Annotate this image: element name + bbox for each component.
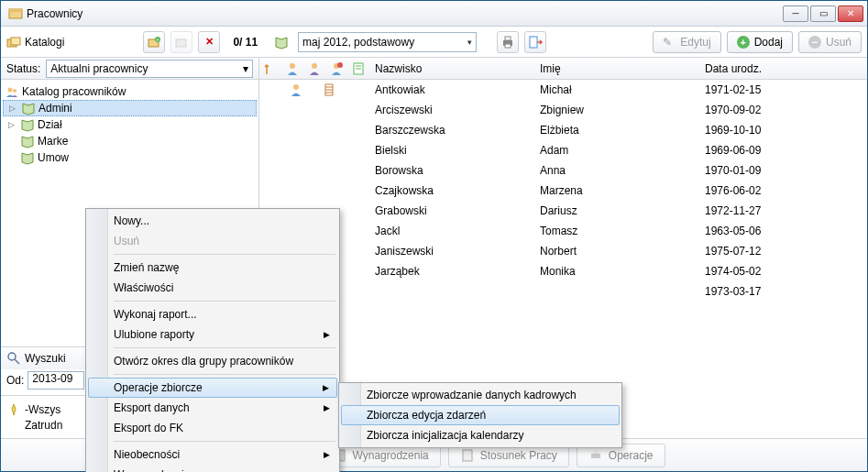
menu-item[interactable]: Zmień nazwę bbox=[88, 258, 337, 278]
table-row[interactable]: BorowskaAnna1970-01-09 bbox=[259, 160, 867, 181]
pencil-icon: ✎ bbox=[663, 36, 676, 49]
delete-button[interactable]: ✕ bbox=[198, 31, 220, 53]
tree-root[interactable]: Katalog pracowników bbox=[3, 83, 257, 100]
cell-nazwisko: Grabowski bbox=[369, 204, 534, 217]
submenu-arrow-icon: ▶ bbox=[324, 330, 330, 339]
table-row[interactable]: GrabowskiDariusz1972-11-27 bbox=[259, 201, 867, 221]
cell-nazwisko: Antkowiak bbox=[369, 83, 534, 96]
menu-item[interactable]: Wynagrodzenia▶ bbox=[88, 465, 337, 472]
menu-item[interactable]: Nieobecności▶ bbox=[88, 445, 337, 465]
cell-nazwisko: Jackl bbox=[369, 225, 534, 237]
cell-data: 1973-03-17 bbox=[699, 285, 867, 298]
cell-nazwisko: Janiszewski bbox=[369, 245, 534, 258]
titlebar: Pracownicy ─ ▭ ✕ bbox=[1, 1, 867, 27]
print-icon bbox=[588, 448, 603, 463]
person-icon bbox=[289, 82, 303, 97]
tree-item-admin[interactable]: ▷ Admini bbox=[3, 100, 257, 116]
svg-rect-31 bbox=[463, 450, 472, 461]
remove-button[interactable]: − Usuń bbox=[798, 31, 862, 53]
window-title: Pracownicy bbox=[27, 7, 82, 20]
expand-icon[interactable]: ▷ bbox=[5, 104, 18, 113]
tree-item[interactable]: Marke bbox=[3, 133, 257, 149]
page-indicator: 0/ 11 bbox=[225, 36, 265, 49]
doc-icon bbox=[460, 448, 475, 463]
svg-rect-10 bbox=[505, 44, 511, 48]
menu-item[interactable]: Otwórz okres dla grupy pracowników bbox=[88, 351, 337, 371]
book-icon bbox=[20, 134, 35, 148]
menu-item[interactable]: Wykonaj raport... bbox=[88, 304, 337, 324]
edit-button[interactable]: ✎ Edytuj bbox=[653, 31, 720, 53]
plus-icon: + bbox=[737, 36, 750, 49]
cell-imie: Anna bbox=[534, 164, 699, 177]
date-from-label: Od: bbox=[6, 374, 24, 387]
add-button[interactable]: + Dodaj bbox=[727, 31, 793, 53]
minus-icon: − bbox=[808, 36, 821, 49]
table-row[interactable]: AntkowiakMichał1971-02-15 bbox=[259, 80, 867, 100]
tree-item[interactable]: ▷ Dział bbox=[3, 116, 257, 133]
book-icon bbox=[21, 101, 36, 115]
people-icon bbox=[5, 84, 19, 99]
table-row[interactable]: CzajkowskaMarzena1976-06-02 bbox=[259, 181, 867, 201]
pin-icon bbox=[6, 402, 21, 417]
date-from-input[interactable]: 2013-09 bbox=[27, 371, 84, 390]
tree-item[interactable]: Umow bbox=[3, 149, 257, 166]
svg-rect-32 bbox=[591, 454, 600, 458]
table-row[interactable]: BarszczewskaElżbieta1969-10-10 bbox=[259, 120, 867, 140]
folder-open-button[interactable] bbox=[170, 31, 192, 53]
col-sort-icon[interactable] bbox=[259, 58, 281, 79]
expand-icon[interactable]: ▷ bbox=[5, 120, 17, 129]
col-person2-icon[interactable] bbox=[303, 58, 325, 79]
col-person-icon[interactable] bbox=[281, 58, 303, 79]
table-row[interactable]: ArciszewskiZbigniew1970-09-02 bbox=[259, 100, 867, 120]
close-button[interactable]: ✕ bbox=[838, 5, 863, 22]
submenu-item[interactable]: Zbiorcza inicjalizacja kalendarzy bbox=[341, 425, 620, 445]
menu-item: Usuń bbox=[88, 231, 337, 251]
submenu-arrow-icon: ▶ bbox=[324, 403, 330, 412]
search-label: Wyszuki bbox=[25, 352, 66, 365]
menu-item[interactable]: Operacje zbiorcze▶ bbox=[88, 378, 337, 398]
menu-item[interactable]: Ulubione raporty▶ bbox=[88, 324, 337, 345]
cell-nazwisko: Barszczewska bbox=[369, 124, 534, 137]
table-row[interactable]: 1973-03-17 bbox=[259, 281, 867, 302]
cell-data: 1972-11-27 bbox=[699, 204, 867, 217]
menu-item[interactable]: Eksport do FK bbox=[88, 418, 337, 438]
cell-data: 1969-06-09 bbox=[699, 144, 867, 157]
cell-nazwisko: Borowska bbox=[369, 164, 534, 177]
maximize-button[interactable]: ▭ bbox=[810, 5, 836, 22]
cell-imie: Norbert bbox=[534, 245, 699, 258]
export-button[interactable] bbox=[524, 31, 546, 53]
cell-nazwisko: Bielski bbox=[369, 144, 534, 157]
table-row[interactable]: JacklTomasz1963-05-06 bbox=[259, 221, 867, 241]
table-row[interactable]: JaniszewskiNorbert1975-07-12 bbox=[259, 241, 867, 261]
period-book-icon[interactable] bbox=[270, 31, 292, 53]
col-nazwisko[interactable]: Nazwisko bbox=[369, 58, 534, 79]
col-warn-icon[interactable] bbox=[325, 58, 347, 79]
menu-item[interactable]: Eksport danych▶ bbox=[88, 398, 337, 418]
cell-data: 1963-05-06 bbox=[699, 225, 867, 237]
context-submenu: Zbiorcze wprowadzanie danych kadrowychZb… bbox=[338, 382, 622, 448]
print-button[interactable] bbox=[497, 31, 519, 53]
svg-point-15 bbox=[337, 62, 343, 68]
menu-item[interactable]: Właściwości bbox=[88, 278, 337, 298]
magnifier-icon bbox=[6, 351, 21, 366]
col-imie[interactable]: Imię bbox=[534, 58, 699, 79]
status-label: Status: bbox=[6, 62, 40, 75]
submenu-item[interactable]: Zbiorcze wprowadzanie danych kadrowych bbox=[341, 385, 620, 405]
cell-imie: Marzena bbox=[534, 184, 699, 197]
book-icon bbox=[20, 150, 35, 165]
cell-data: 1975-07-12 bbox=[699, 245, 867, 258]
submenu-item[interactable]: Zbiorcza edycja zdarzeń bbox=[341, 405, 620, 425]
svg-line-22 bbox=[15, 359, 19, 364]
folder-add-button[interactable]: + bbox=[143, 31, 165, 53]
svg-point-19 bbox=[8, 88, 13, 93]
col-data[interactable]: Data urodz. bbox=[699, 58, 867, 79]
table-row[interactable]: JarząbekMonika1974-05-02 bbox=[259, 261, 867, 281]
table-row[interactable]: BielskiAdam1969-06-09 bbox=[259, 140, 867, 160]
app-icon bbox=[8, 6, 23, 21]
minimize-button[interactable]: ─ bbox=[783, 5, 808, 22]
menu-item[interactable]: Nowy... bbox=[88, 211, 337, 231]
col-form-icon[interactable] bbox=[347, 58, 369, 79]
period-select[interactable]: maj 2012, podstawowy ▾ bbox=[298, 32, 477, 52]
cell-data: 1970-09-02 bbox=[699, 104, 867, 116]
status-select[interactable]: Aktualni pracownicy ▾ bbox=[46, 60, 253, 78]
